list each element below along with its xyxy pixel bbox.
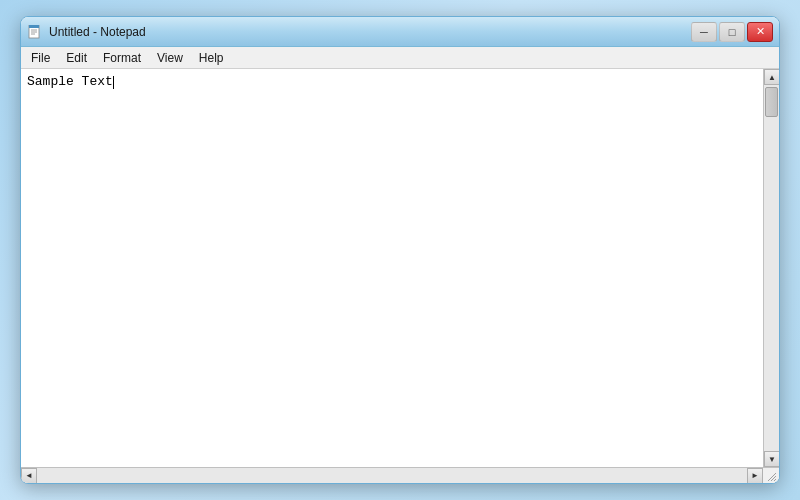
menu-help[interactable]: Help (191, 49, 232, 67)
notepad-window: Untitled - Notepad ─ □ ✕ File Edit Forma… (20, 16, 780, 484)
scroll-track-h[interactable] (37, 468, 747, 484)
scroll-track-v[interactable] (764, 85, 779, 451)
scroll-thumb-v[interactable] (765, 87, 778, 117)
maximize-button[interactable]: □ (719, 22, 745, 42)
svg-line-7 (774, 479, 776, 481)
close-button[interactable]: ✕ (747, 22, 773, 42)
bottom-bar: ◄ ► (21, 467, 779, 483)
svg-rect-1 (29, 25, 39, 28)
menu-format[interactable]: Format (95, 49, 149, 67)
title-bar: Untitled - Notepad ─ □ ✕ (21, 17, 779, 47)
vertical-scrollbar: ▲ ▼ (763, 69, 779, 467)
scroll-left-button[interactable]: ◄ (21, 468, 37, 484)
editor-area: Sample Text ▲ ▼ (21, 69, 779, 467)
text-editor[interactable]: Sample Text (21, 69, 763, 467)
menu-file[interactable]: File (23, 49, 58, 67)
window-title: Untitled - Notepad (49, 25, 691, 39)
menu-edit[interactable]: Edit (58, 49, 95, 67)
minimize-button[interactable]: ─ (691, 22, 717, 42)
horizontal-scrollbar: ◄ ► (21, 468, 763, 484)
app-icon (27, 24, 43, 40)
window-controls: ─ □ ✕ (691, 22, 773, 42)
scroll-up-button[interactable]: ▲ (764, 69, 779, 85)
scroll-right-button[interactable]: ► (747, 468, 763, 484)
resize-grip[interactable] (763, 468, 779, 484)
menu-view[interactable]: View (149, 49, 191, 67)
scroll-down-button[interactable]: ▼ (764, 451, 779, 467)
text-cursor (113, 76, 114, 89)
menu-bar: File Edit Format View Help (21, 47, 779, 69)
